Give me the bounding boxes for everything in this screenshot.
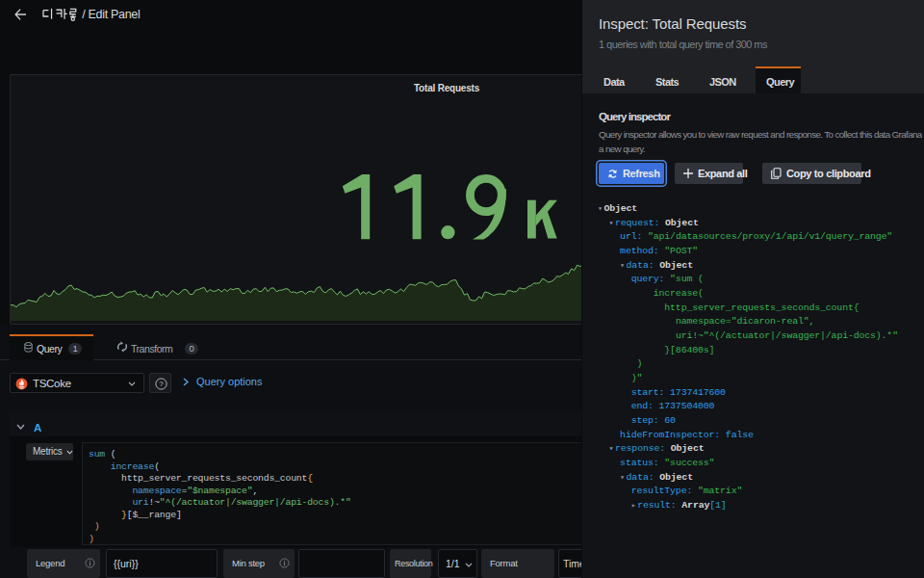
svg-text:?: ? xyxy=(159,380,164,388)
